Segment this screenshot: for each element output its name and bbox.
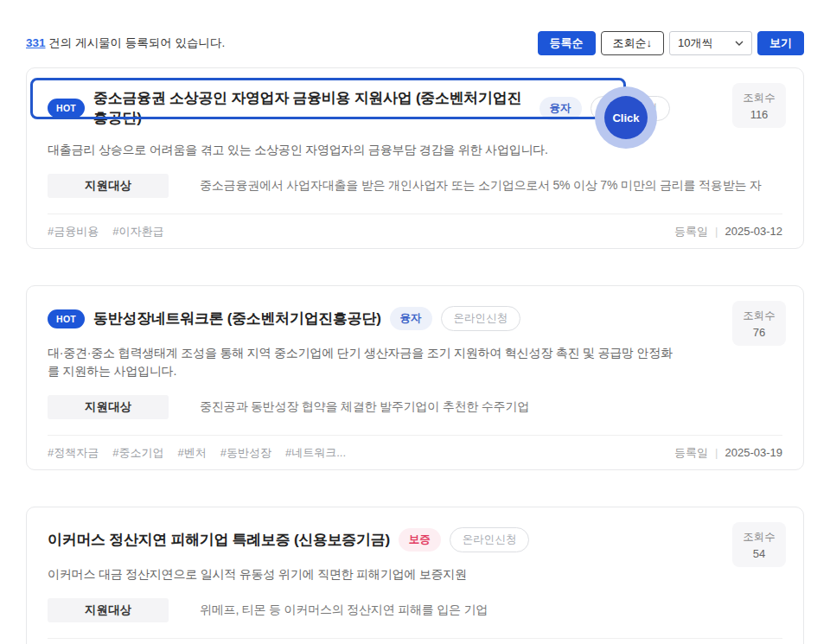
views-count: 54 <box>732 547 786 560</box>
views-count: 116 <box>732 108 786 121</box>
board-page: 331 건의 게시물이 등록되어 있습니다. 등록순 조회순↓ 10개씩 보기 … <box>0 0 830 644</box>
page-size-select[interactable]: 10개씩 <box>669 31 752 55</box>
online-apply-badge: 온라인신청 <box>441 306 521 331</box>
tag[interactable]: #동반성장 <box>220 445 271 461</box>
reg-date-value: 2025-03-12 <box>725 225 783 238</box>
target-text: 위메프, 티몬 등 이커머스의 정산지연 피해를 입은 기업 <box>200 603 488 618</box>
post-footer: #이커머스#티메프#정산지연 등록일 | 2025-03-21 <box>48 638 782 644</box>
target-label: 지원대상 <box>48 598 169 622</box>
category-badge: 융자 <box>390 307 432 330</box>
post-count-text: 331 건의 게시물이 등록되어 있습니다. <box>26 35 225 51</box>
tag[interactable]: #중소기업 <box>112 445 163 461</box>
registration-date: 등록일 | 2025-03-12 <box>674 224 782 239</box>
tag[interactable]: #네트워크... <box>285 445 346 461</box>
post-card: Click HOT 중소금융권 소상공인 자영업자 금융비용 지원사업 (중소벤… <box>26 67 804 249</box>
list-controls: 등록순 조회순↓ 10개씩 보기 <box>538 31 805 55</box>
view-button[interactable]: 보기 <box>757 31 804 55</box>
post-title-row: HOT 동반성장네트워크론 (중소벤처기업진흥공단) 융자 온라인신청 <box>48 306 782 331</box>
date-separator: | <box>715 446 718 459</box>
reg-date-label: 등록일 <box>674 445 708 461</box>
registration-date: 등록일 | 2025-03-19 <box>674 445 782 461</box>
post-footer: #정책자금#중소기업#벤처#동반성장#네트워크... 등록일 | 2025-03… <box>48 435 782 469</box>
views-label: 조회수 <box>732 530 786 545</box>
post-card: 이커머스 정산지연 피해기업 특례보증 (신용보증기금) 보증 온라인신청 조회… <box>26 507 804 644</box>
reg-date-value: 2025-03-19 <box>725 446 783 459</box>
tag[interactable]: #정책자금 <box>48 445 99 461</box>
category-badge: 보증 <box>399 528 441 552</box>
target-text: 중진공과 동반성장 협약을 체결한 발주기업이 추천한 수주기업 <box>200 399 529 415</box>
views-box: 조회수 76 <box>732 301 786 346</box>
hot-badge: HOT <box>48 309 85 328</box>
date-separator: | <box>715 225 718 238</box>
target-row: 지원대상 중소금융권에서 사업자대출을 받은 개인사업자 또는 소기업으로서 5… <box>48 174 782 198</box>
chevron-down-icon <box>735 39 744 48</box>
post-title[interactable]: 중소금융권 소상공인 자영업자 금융비용 지원사업 (중소벤처기업진흥공단) <box>93 88 530 128</box>
post-description: 대·중견·중소 협력생태계 조성을 통해 지역 중소기업에 단기 생산자금을 조… <box>48 344 782 380</box>
post-title-row: 이커머스 정산지연 피해기업 특례보증 (신용보증기금) 보증 온라인신청 <box>48 527 782 552</box>
hot-badge: HOT <box>48 99 85 118</box>
post-title-row: HOT 중소금융권 소상공인 자영업자 금융비용 지원사업 (중소벤처기업진흥공… <box>48 88 782 128</box>
tag[interactable]: #벤처 <box>177 445 206 461</box>
target-row: 지원대상 위메프, 티몬 등 이커머스의 정산지연 피해를 입은 기업 <box>48 598 782 622</box>
target-label: 지원대상 <box>48 174 169 198</box>
views-label: 조회수 <box>732 91 786 105</box>
views-label: 조회수 <box>732 309 786 323</box>
post-title[interactable]: 이커머스 정산지연 피해기업 특례보증 (신용보증기금) <box>48 530 390 550</box>
tag-list: #금융비용#이자환급 <box>48 224 163 239</box>
views-box: 조회수 116 <box>732 83 786 128</box>
online-apply-badge: 온라인신청 <box>450 527 530 552</box>
post-count-number[interactable]: 331 <box>26 36 46 49</box>
reg-date-label: 등록일 <box>674 224 708 239</box>
target-text: 중소금융권에서 사업자대출을 받은 개인사업자 또는 소기업으로서 5% 이상 … <box>200 178 762 194</box>
views-box: 조회수 54 <box>732 522 786 567</box>
post-count-suffix: 건의 게시물이 등록되어 있습니다. <box>46 36 226 49</box>
tag[interactable]: #금융비용 <box>48 224 99 239</box>
list-header: 331 건의 게시물이 등록되어 있습니다. 등록순 조회순↓ 10개씩 보기 <box>26 31 804 55</box>
category-badge: 융자 <box>540 97 582 120</box>
post-title[interactable]: 동반성장네트워크론 (중소벤처기업진흥공단) <box>93 309 380 328</box>
target-label: 지원대상 <box>48 395 169 419</box>
click-bubble-label: Click <box>604 96 648 139</box>
post-footer: #금융비용#이자환급 등록일 | 2025-03-12 <box>48 214 782 248</box>
post-description: 대출금리 상승으로 어려움을 겪고 있는 소상공인 자영업자의 금융부담 경감을… <box>48 141 782 159</box>
views-count: 76 <box>732 326 786 339</box>
click-indicator[interactable]: Click <box>595 86 657 149</box>
post-description: 이커머스 대금 정산지연으로 일시적 유동성 위기에 직면한 피해기업에 보증지… <box>48 565 782 583</box>
post-list: Click HOT 중소금융권 소상공인 자영업자 금융비용 지원사업 (중소벤… <box>26 67 804 644</box>
tag[interactable]: #이자환급 <box>112 224 163 239</box>
sort-registration-button[interactable]: 등록순 <box>538 31 596 55</box>
post-card: HOT 동반성장네트워크론 (중소벤처기업진흥공단) 융자 온라인신청 조회수 … <box>26 285 804 470</box>
target-row: 지원대상 중진공과 동반성장 협약을 체결한 발주기업이 추천한 수주기업 <box>48 395 782 419</box>
sort-views-button[interactable]: 조회순↓ <box>601 31 665 55</box>
tag-list: #정책자금#중소기업#벤처#동반성장#네트워크... <box>48 445 346 461</box>
page-size-value: 10개씩 <box>678 35 712 51</box>
